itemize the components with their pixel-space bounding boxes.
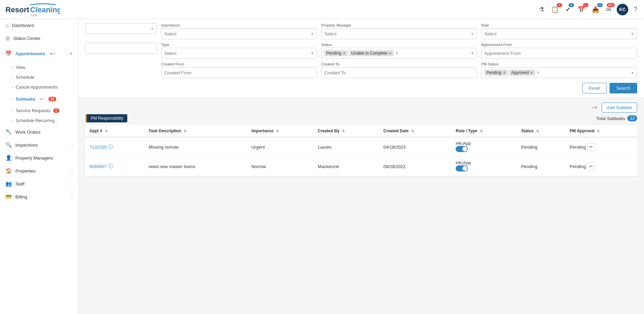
sidebar-item-schedule[interactable]: Schedule (11, 72, 78, 82)
calendar-icon: 📅 (577, 6, 585, 13)
type-input[interactable] (164, 51, 309, 56)
avatar-button[interactable]: KC (617, 4, 628, 15)
chevron-staff: › (71, 182, 73, 186)
sidebar-item-cancel-appointments[interactable]: Cancel Appointments (11, 82, 78, 92)
status-tag-pending-close[interactable]: ✕ (343, 51, 346, 56)
add-subtask-toolbar: → Add Subtask (85, 102, 637, 113)
filter-input-empty[interactable] (88, 26, 149, 31)
role-input[interactable] (484, 31, 629, 36)
status-tag-pending-label: Pending (326, 51, 341, 56)
toggle-2[interactable] (456, 165, 468, 171)
filter-group-created-from: Created From (161, 62, 317, 78)
logo-svg: Resort Cleaning .com (5, 2, 60, 17)
subtasks-badge: 14 (48, 97, 56, 101)
toggle-1[interactable] (456, 146, 468, 152)
sort-task[interactable]: ⇅ (184, 129, 186, 133)
created-date-2: 09/28/2022 (379, 157, 452, 176)
created-by-2: Mackenzie (314, 157, 379, 176)
pm-status-pending-label: Pending (486, 70, 501, 75)
status-tag-unable-close[interactable]: ✕ (389, 51, 392, 56)
role-type-1: HK/App (452, 137, 517, 157)
appointment-from-input[interactable] (481, 48, 637, 59)
sort-status[interactable]: ⇅ (536, 129, 539, 133)
inbox-badge: 0 (597, 3, 603, 7)
appt-link-2[interactable]: 6084007 ⓘ (89, 163, 140, 169)
inbox-icon-btn[interactable]: 📥 0 (590, 4, 601, 15)
sidebar-item-service-requests[interactable]: Service Requests 0 (11, 106, 78, 116)
sort-pm-approval[interactable]: ⇅ (597, 129, 600, 133)
sidebar-label-staff: Staff (15, 181, 25, 186)
sidebar-item-subtasks[interactable]: Subtasks ← 14 (11, 92, 78, 106)
mail-icon-btn[interactable]: ✉ 99+ (605, 4, 613, 15)
chevron-role: ▼ (631, 32, 634, 36)
property-manager-select[interactable]: ▼ (321, 28, 477, 39)
sidebar-item-dashboard[interactable]: ⌂ Dashboard (0, 19, 78, 32)
pm-status-pending-close[interactable]: ✕ (503, 71, 506, 75)
sidebar-item-view[interactable]: View (11, 62, 78, 72)
properties-icon: 🏠 (5, 168, 12, 174)
col-appt: Appt # ⇅ (85, 125, 144, 137)
sidebar-item-billing[interactable]: 💳 Billing › (0, 190, 78, 203)
service-requests-badge: 0 (53, 108, 59, 113)
role-select[interactable]: ▼ (481, 28, 637, 39)
calendar-icon-btn[interactable]: 📅 1 (576, 4, 586, 15)
info-icon-1[interactable]: ⓘ (108, 144, 113, 150)
pm-status-select[interactable]: Pending ✕ Approved ✕ ✕ ▼ (481, 67, 637, 78)
sidebar-label-billing: Billing (15, 194, 27, 199)
edit-icon-1[interactable]: ✏ (587, 143, 595, 151)
created-date-1: 04/18/2023 (379, 137, 452, 157)
filter-group-created-to: Created To (321, 62, 477, 78)
sidebar-item-inspections[interactable]: 🔍 Inspections › (0, 138, 78, 151)
help-button[interactable]: ? (632, 4, 639, 14)
search-button[interactable]: Search (610, 83, 637, 93)
property-manager-input[interactable] (324, 31, 469, 36)
col-task: Task Description ⇅ (144, 125, 247, 137)
col-importance: Importance ⇅ (247, 125, 314, 137)
importance-input[interactable] (164, 31, 309, 36)
sort-appt[interactable]: ⇅ (105, 129, 108, 133)
edit-icon-2[interactable]: ✏ (587, 162, 595, 170)
appt-num-value-2: 6084007 (89, 164, 107, 169)
appt-link-1[interactable]: 7132335 ⓘ (89, 144, 140, 150)
mail-badge: 99+ (607, 3, 615, 7)
col-role-type: Role / Type ⇅ (452, 125, 517, 137)
filter-icon: ⚗ (539, 6, 544, 13)
sort-importance[interactable]: ⇅ (276, 129, 279, 133)
created-to-input[interactable] (321, 67, 477, 78)
svg-text:Resort: Resort (5, 5, 29, 14)
check-icon-btn[interactable]: ✔ 0 (564, 4, 572, 15)
add-subtask-button[interactable]: Add Subtask (602, 103, 637, 113)
sort-created-by[interactable]: ⇅ (342, 129, 345, 133)
sidebar-item-staff[interactable]: 👥 Staff › (0, 177, 78, 190)
sidebar-item-properties[interactable]: 🏠 Properties › (0, 164, 78, 177)
status-select[interactable]: Pending ✕ Unable to Complete ✕ ✕ ▼ (321, 48, 477, 59)
sidebar-item-work-orders[interactable]: 🔧 Work Orders (0, 125, 78, 138)
chevron-billing: › (71, 195, 73, 199)
reset-button[interactable]: Reset (582, 83, 607, 93)
sidebar-item-appointments[interactable]: 📅 Appointments ← ▼ (0, 45, 78, 62)
status-clear[interactable]: ✕ (395, 51, 399, 56)
pm-status-approved-close[interactable]: ✕ (530, 71, 533, 75)
pm-status-tag-approved: Approved ✕ (509, 70, 535, 76)
created-from-input[interactable] (161, 67, 317, 78)
sidebar-item-schedule-recurring[interactable]: Schedule Recurring (11, 116, 78, 125)
info-icon-2[interactable]: ⓘ (108, 163, 113, 169)
col-status: Status ⇅ (517, 125, 566, 137)
sort-role-type[interactable]: ⇅ (480, 129, 483, 133)
clipboard-icon-btn[interactable]: 📋 3 (550, 4, 560, 15)
importance-select[interactable]: ▼ (161, 28, 317, 39)
filter-icon-btn[interactable]: ⚗ (538, 4, 546, 15)
type-select[interactable]: ▼ (161, 48, 317, 59)
filter-input-empty2[interactable] (85, 43, 157, 54)
sidebar-item-property-managers[interactable]: 👤 Property Managers (0, 151, 78, 164)
chevron-status: ▼ (471, 51, 474, 55)
filter-select-empty[interactable]: ▼ (85, 23, 157, 34)
pm-status-clear[interactable]: ✕ (536, 70, 540, 75)
importance-2: Normal (247, 157, 314, 176)
help-icon: ? (634, 6, 637, 13)
status-1: Pending (517, 137, 566, 157)
check-badge: 0 (569, 3, 574, 7)
sidebar-item-status-center[interactable]: ◎ Status Center (0, 32, 78, 45)
sidebar: ⌂ Dashboard ◎ Status Center 📅 Appointmen… (0, 19, 78, 314)
sort-created-date[interactable]: ⇅ (411, 129, 414, 133)
